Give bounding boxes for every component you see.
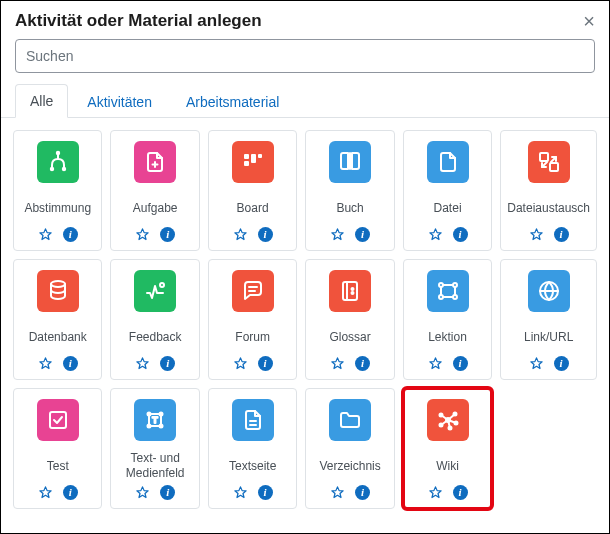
tile-forum[interactable]: Forumi: [208, 259, 297, 380]
star-button[interactable]: [38, 485, 53, 500]
info-button[interactable]: i: [554, 356, 569, 371]
svg-marker-16: [40, 358, 51, 369]
tile-glossar[interactable]: Glossari: [305, 259, 394, 380]
svg-point-25: [352, 292, 354, 294]
tile-linkurl[interactable]: Link/URLi: [500, 259, 597, 380]
tile-wiki[interactable]: Wikii: [403, 388, 492, 509]
tile-label: Datei: [432, 193, 464, 223]
svg-marker-35: [40, 487, 51, 498]
tile-label: Wiki: [434, 451, 461, 481]
svg-point-38: [160, 413, 163, 416]
info-button[interactable]: i: [355, 227, 370, 242]
star-button[interactable]: [233, 485, 248, 500]
tile-actions: i: [330, 227, 370, 242]
svg-marker-46: [332, 487, 343, 498]
book-icon: [329, 141, 371, 183]
svg-marker-18: [137, 358, 148, 369]
svg-marker-31: [429, 358, 440, 369]
svg-marker-21: [235, 358, 246, 369]
page-icon: [232, 399, 274, 441]
info-button[interactable]: i: [453, 227, 468, 242]
info-button[interactable]: i: [258, 356, 273, 371]
tile-dateiaustausch[interactable]: Dateiaustauschi: [500, 130, 597, 251]
tile-aufgabe[interactable]: Aufgabei: [110, 130, 199, 251]
tile-textseite[interactable]: Textseitei: [208, 388, 297, 509]
star-button[interactable]: [233, 227, 248, 242]
star-button[interactable]: [529, 227, 544, 242]
star-button[interactable]: [233, 356, 248, 371]
tile-grid: AbstimmungiAufgabeiBoardiBuchiDateiiDate…: [13, 130, 597, 509]
tile-label: Aufgabe: [131, 193, 180, 223]
star-button[interactable]: [135, 356, 150, 371]
star-button[interactable]: [38, 227, 53, 242]
info-button[interactable]: i: [453, 485, 468, 500]
tile-label: Abstimmung: [22, 193, 93, 223]
tabs: Alle Aktivitäten Arbeitsmaterial: [1, 83, 609, 118]
info-button[interactable]: i: [160, 227, 175, 242]
svg-marker-45: [235, 487, 246, 498]
tile-label: Forum: [233, 322, 272, 352]
tile-label: Buch: [334, 193, 365, 223]
tile-datenbank[interactable]: Datenbanki: [13, 259, 102, 380]
tab-all[interactable]: Alle: [15, 84, 68, 118]
tile-actions: i: [38, 227, 78, 242]
tile-actions: i: [330, 485, 370, 500]
svg-point-39: [148, 425, 151, 428]
tile-buch[interactable]: Buchi: [305, 130, 394, 251]
tile-label: Textseite: [227, 451, 278, 481]
svg-marker-14: [531, 229, 542, 240]
info-button[interactable]: i: [453, 356, 468, 371]
board-icon: [232, 141, 274, 183]
tile-textmedien[interactable]: TText- und Medienfeldi: [110, 388, 199, 509]
star-button[interactable]: [330, 485, 345, 500]
star-button[interactable]: [135, 227, 150, 242]
star-button[interactable]: [529, 356, 544, 371]
svg-line-54: [448, 414, 455, 420]
wiki-icon: [427, 399, 469, 441]
tile-actions: i: [38, 356, 78, 371]
star-button[interactable]: [428, 485, 443, 500]
svg-point-24: [352, 288, 354, 290]
star-button[interactable]: [38, 356, 53, 371]
close-button[interactable]: ×: [583, 11, 595, 31]
info-button[interactable]: i: [554, 227, 569, 242]
star-button[interactable]: [330, 227, 345, 242]
info-button[interactable]: i: [160, 485, 175, 500]
search-input[interactable]: [15, 39, 595, 73]
file-icon: [427, 141, 469, 183]
tile-abstimmung[interactable]: Abstimmungi: [13, 130, 102, 251]
svg-point-40: [160, 425, 163, 428]
info-button[interactable]: i: [355, 356, 370, 371]
info-button[interactable]: i: [160, 356, 175, 371]
tile-datei[interactable]: Dateii: [403, 130, 492, 251]
tile-label: Text- und Medienfeld: [115, 451, 194, 481]
tile-test[interactable]: Testi: [13, 388, 102, 509]
tile-label: Feedback: [127, 322, 184, 352]
activity-chooser-dialog: Aktivität oder Material anlegen × Alle A…: [1, 1, 609, 533]
info-button[interactable]: i: [258, 485, 273, 500]
info-button[interactable]: i: [63, 485, 78, 500]
star-button[interactable]: [428, 356, 443, 371]
info-button[interactable]: i: [63, 227, 78, 242]
info-button[interactable]: i: [258, 227, 273, 242]
tile-actions: i: [135, 227, 175, 242]
tile-lektion[interactable]: Lektioni: [403, 259, 492, 380]
tile-board[interactable]: Boardi: [208, 130, 297, 251]
tile-feedback[interactable]: Feedbacki: [110, 259, 199, 380]
tile-verzeichnis[interactable]: Verzeichnisi: [305, 388, 394, 509]
star-button[interactable]: [330, 356, 345, 371]
tile-label: Link/URL: [522, 322, 575, 352]
tile-label: Board: [235, 193, 271, 223]
svg-marker-26: [332, 358, 343, 369]
tile-actions: i: [428, 227, 468, 242]
star-button[interactable]: [135, 485, 150, 500]
info-button[interactable]: i: [355, 485, 370, 500]
tile-actions: i: [233, 356, 273, 371]
star-button[interactable]: [428, 227, 443, 242]
tab-resources[interactable]: Arbeitsmaterial: [171, 85, 294, 118]
tab-activities[interactable]: Aktivitäten: [72, 85, 167, 118]
tile-actions: i: [38, 485, 78, 500]
svg-marker-33: [531, 358, 542, 369]
svg-rect-6: [244, 161, 249, 166]
info-button[interactable]: i: [63, 356, 78, 371]
